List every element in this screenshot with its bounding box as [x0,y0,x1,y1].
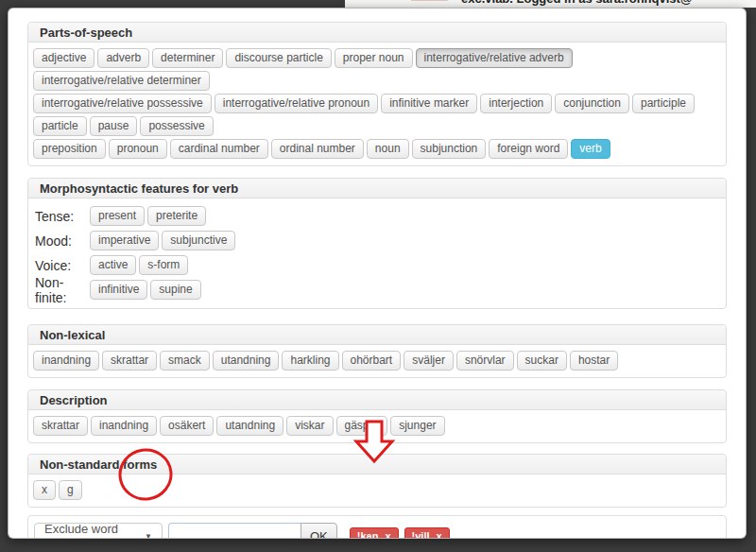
pos-chip-proper-noun[interactable]: proper noun [335,48,413,68]
logged-in-text: ———exc.vlab. Logged in as sara.ronnqvist… [411,0,693,6]
pos-chip-particle[interactable]: particle [33,116,87,136]
description-row: skrattar inandning osäkert utandning vis… [33,416,721,436]
pos-chip-discourse-particle[interactable]: discourse particle [226,48,331,68]
pos-row-2: interrogative/relative possessive interr… [33,94,721,136]
pos-chip-interrogative-relative-adverb[interactable]: interrogative/relative adverb [416,48,573,68]
tense-row: Tense: present preterite [35,206,721,226]
pos-chip-interrogative-relative-pronoun[interactable]: interrogative/relative pronoun [215,94,378,113]
pos-row-1: adjective adverb determiner discourse pa… [33,48,721,91]
nonlex-chip-suckar[interactable]: suckar [517,351,567,371]
exclude-tags: !kan x !vill x [350,527,450,539]
nonlex-chip-inandning[interactable]: inandning [33,351,99,371]
pos-chip-noun[interactable]: noun [367,139,409,159]
description-title: Description [28,390,726,410]
non-finite-chip-supine[interactable]: supine [150,280,200,300]
nonlex-chip-skrattar[interactable]: skrattar [102,351,157,371]
non-finite-label: Non-finite: [35,275,90,305]
description-panel: Description skrattar inandning osäkert u… [27,389,727,443]
pos-chip-ordinal-number[interactable]: ordinal number [271,139,364,159]
mood-chip-subjunctive[interactable]: subjunctive [162,231,235,250]
non-finite-row: Non-finite: infinitive supine [35,280,721,300]
header-red-fragment: ——— [411,0,448,6]
desc-chip-viskar[interactable]: viskar [286,416,333,436]
tense-label: Tense: [35,209,90,224]
nonlex-chip-snorvlar[interactable]: snörvlar [456,351,514,371]
nonlex-chip-ohorbart[interactable]: ohörbart [342,351,402,371]
nonlex-chip-utandning[interactable]: utandning [213,351,280,371]
exclude-tag-vill[interactable]: !vill x [404,527,450,539]
non-standard-forms-panel: Non-standard forms x g [27,454,727,508]
exclude-mode-value: Exclude word form [44,522,145,539]
voice-chip-s-form[interactable]: s-form [139,255,188,275]
desc-chip-gaspar[interactable]: gäspar [336,416,388,436]
pos-chip-interrogative-relative-possessive[interactable]: interrogative/relative possessive [33,94,212,113]
pos-chip-possessive[interactable]: possessive [140,116,213,136]
desc-chip-skrattar[interactable]: skrattar [33,416,88,436]
nonlex-chip-svaljer[interactable]: sväljer [404,351,454,371]
exclude-word-input[interactable] [168,523,301,539]
desc-chip-inandning[interactable]: inandning [91,416,157,436]
tag-remove-icon[interactable]: x [385,530,390,539]
voice-row: Voice: active s-form [35,255,721,275]
header-login-fragment: exc.vlab. Logged in as sara.ronnqvist@ [461,0,693,6]
pos-chip-determiner[interactable]: determiner [152,48,223,68]
non-lexical-row: inandning skrattar smack utandning harkl… [33,351,721,371]
tense-chip-present[interactable]: present [90,206,145,226]
pos-chip-participle[interactable]: participle [632,94,695,113]
exclude-tag-kan[interactable]: !kan x [350,527,399,539]
nonstd-chip-g[interactable]: g [59,480,82,500]
pos-chip-foreign-word[interactable]: foreign word [489,139,568,159]
desc-chip-osakert[interactable]: osäkert [160,416,214,436]
non-lexical-panel: Non-lexical inandning skrattar smack uta… [27,324,727,378]
search-options-modal: Parts-of-speech adjective adverb determi… [8,8,747,539]
ok-button[interactable]: OK [301,523,337,539]
nonstd-chip-x[interactable]: x [33,480,56,500]
exclude-mode-select[interactable]: Exclude word form ▼ [34,523,163,539]
mood-row: Mood: imperative subjunctive [35,231,721,250]
nonlex-chip-harkling[interactable]: harkling [282,351,338,371]
page-header-clipped: ———exc.vlab. Logged in as sara.ronnqvist… [0,0,756,8]
non-standard-forms-title: Non-standard forms [28,455,726,474]
morphosyntactic-title: Morphosyntactic features for verb [28,179,726,198]
pos-chip-adverb[interactable]: adverb [97,48,149,68]
pos-chip-adjective[interactable]: adjective [33,48,94,68]
parts-of-speech-title: Parts-of-speech [28,23,726,43]
pos-chip-preposition[interactable]: preposition [33,139,106,159]
morphosyntactic-panel: Morphosyntactic features for verb Tense:… [27,178,727,309]
non-finite-chip-infinitive[interactable]: infinitive [90,280,147,300]
desc-chip-sjunger[interactable]: sjunger [390,416,444,436]
exclude-input-group: OK [168,523,337,539]
pos-chip-pronoun[interactable]: pronoun [109,139,167,159]
pos-chip-verb[interactable]: verb [571,139,610,159]
exclude-word-form-box: Exclude word form ▼ OK !kan x !vill x [27,515,727,539]
parts-of-speech-panel: Parts-of-speech adjective adverb determi… [27,22,727,166]
pos-chip-interrogative-relative-determiner[interactable]: interrogative/relative determiner [33,71,210,91]
pos-chip-subjunction[interactable]: subjunction [412,139,487,159]
tag-remove-icon[interactable]: x [437,530,442,539]
pos-row-3: preposition pronoun cardinal number ordi… [33,139,721,159]
desc-chip-utandning[interactable]: utandning [216,416,284,436]
mood-label: Mood: [35,233,90,249]
pos-chip-conjunction[interactable]: conjunction [555,94,629,113]
nonlex-chip-smack[interactable]: smack [160,351,210,371]
voice-chip-active[interactable]: active [90,255,136,275]
non-standard-forms-row: x g [33,480,721,500]
exclude-tag-label: !kan [357,530,379,539]
exclude-tag-label: !vill [412,530,430,539]
page-header-strip: ———exc.vlab. Logged in as sara.ronnqvist… [345,0,756,8]
pos-chip-interjection[interactable]: interjection [480,94,552,113]
pos-chip-infinitive-marker[interactable]: infinitive marker [381,94,477,113]
voice-label: Voice: [35,258,90,273]
mood-chip-imperative[interactable]: imperative [90,231,159,250]
pos-chip-pause[interactable]: pause [90,116,138,136]
nonlex-chip-hostar[interactable]: hostar [570,351,618,371]
tense-chip-preterite[interactable]: preterite [147,206,206,226]
chevron-down-icon: ▼ [145,532,152,540]
pos-chip-cardinal-number[interactable]: cardinal number [170,139,268,159]
non-lexical-title: Non-lexical [28,325,726,345]
